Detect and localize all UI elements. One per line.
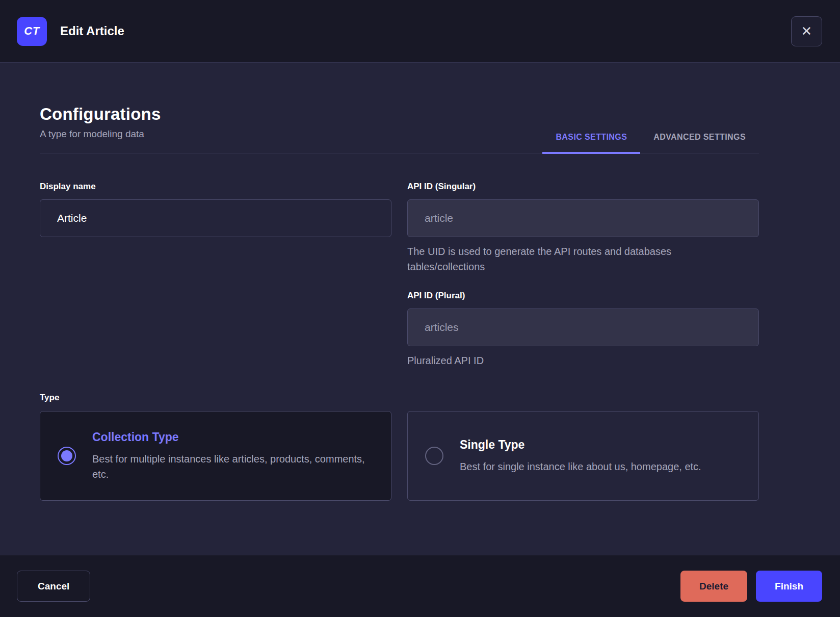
api-id-plural-label: API ID (Plural) <box>407 291 759 301</box>
config-titles: Configurations A type for modeling data <box>40 105 161 153</box>
page-title: Configurations <box>40 105 161 124</box>
collection-type-radio[interactable] <box>58 447 76 465</box>
api-id-plural-input[interactable] <box>407 308 759 346</box>
api-id-plural-field-block: API ID (Plural) Pluralized API ID <box>407 291 759 368</box>
collection-type-card[interactable]: Collection Type Best for multiple instan… <box>40 411 391 501</box>
tab-advanced-settings[interactable]: ADVANCED SETTINGS <box>640 122 759 154</box>
api-id-plural-hint: Pluralized API ID <box>407 353 744 368</box>
edit-content-type-modal: CT Edit Article ✕ Configurations A type … <box>0 0 840 617</box>
radio-dot <box>61 450 72 461</box>
collection-type-description: Best for multiple instances like article… <box>92 451 370 482</box>
content-type-badge: CT <box>17 17 47 46</box>
form-column-left: Display name <box>40 182 391 368</box>
type-label: Type <box>40 393 759 403</box>
api-id-singular-input[interactable] <box>407 199 759 237</box>
close-icon: ✕ <box>801 24 812 38</box>
single-type-radio[interactable] <box>425 447 443 465</box>
single-type-text: Single Type Best for single instance lik… <box>460 438 701 474</box>
type-cards: Collection Type Best for multiple instan… <box>40 411 759 501</box>
display-name-label: Display name <box>40 182 391 192</box>
finish-button[interactable]: Finish <box>756 571 822 602</box>
collection-type-text: Collection Type Best for multiple instan… <box>92 430 370 482</box>
radio-dot <box>429 450 440 461</box>
cancel-button[interactable]: Cancel <box>17 571 90 602</box>
config-header: Configurations A type for modeling data … <box>40 105 759 153</box>
page-subtitle: A type for modeling data <box>40 128 161 140</box>
display-name-input[interactable] <box>40 199 391 237</box>
single-type-title: Single Type <box>460 438 701 452</box>
form-grid: Display name API ID (Singular) The UID i… <box>40 182 759 368</box>
api-id-singular-label: API ID (Singular) <box>407 182 759 192</box>
display-name-field-block: Display name <box>40 182 391 237</box>
type-section: Type Collection Type Best for multiple i… <box>40 393 759 501</box>
api-id-singular-hint: The UID is used to generate the API rout… <box>407 244 744 275</box>
settings-tabs: BASIC SETTINGS ADVANCED SETTINGS <box>542 122 759 153</box>
modal-footer: Cancel Delete Finish <box>0 555 840 617</box>
single-type-card[interactable]: Single Type Best for single instance lik… <box>407 411 759 501</box>
delete-button[interactable]: Delete <box>680 571 747 602</box>
close-button[interactable]: ✕ <box>791 16 822 46</box>
form-column-right: API ID (Singular) The UID is used to gen… <box>407 182 759 368</box>
api-id-singular-field-block: API ID (Singular) The UID is used to gen… <box>407 182 759 275</box>
collection-type-title: Collection Type <box>92 430 370 444</box>
modal-header: CT Edit Article ✕ <box>0 0 840 63</box>
tab-basic-settings[interactable]: BASIC SETTINGS <box>542 122 640 154</box>
single-type-description: Best for single instance like about us, … <box>460 459 701 474</box>
modal-title: Edit Article <box>60 24 124 38</box>
modal-body: Configurations A type for modeling data … <box>0 63 840 555</box>
